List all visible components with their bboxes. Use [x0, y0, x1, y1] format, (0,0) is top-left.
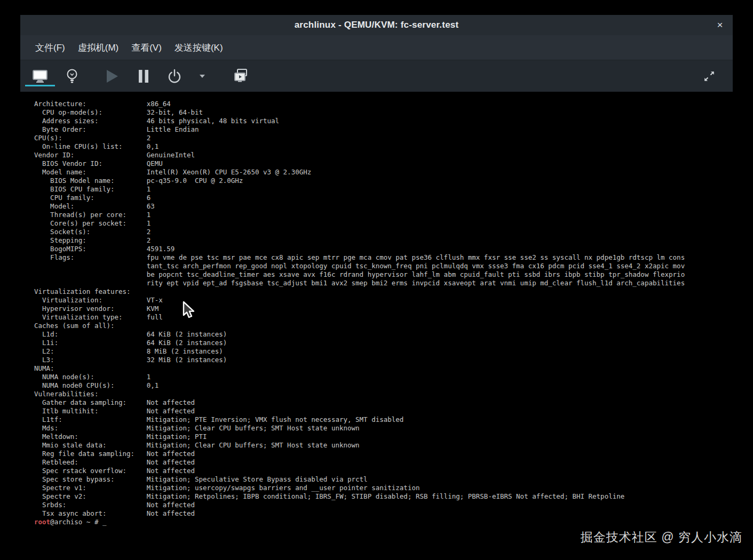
fullscreen-icon — [702, 69, 716, 83]
virtual-displays-button[interactable] — [226, 60, 256, 92]
console-display-icon — [32, 69, 48, 83]
pause-button[interactable] — [129, 60, 158, 92]
shutdown-button[interactable] — [160, 60, 189, 92]
shell-prompt: root@archiso ~ # _ — [34, 518, 685, 526]
virtual-displays-icon — [233, 68, 250, 84]
prompt-suffix: ~ # — [82, 518, 102, 526]
hardware-details-button[interactable] — [57, 60, 87, 92]
titlebar: archlinux - QEMU/KVM: fc-server.test × — [20, 15, 733, 35]
console-display-button[interactable] — [25, 60, 55, 92]
lightbulb-details-icon — [65, 68, 79, 84]
guest-console[interactable]: Architecture: x86_64 CPU op-mode(s): 32-… — [20, 92, 733, 545]
close-icon[interactable]: × — [712, 15, 727, 35]
terminal-text-block: Architecture: x86_64 CPU op-mode(s): 32-… — [34, 100, 685, 526]
pause-icon — [138, 69, 149, 83]
toolbar — [20, 60, 733, 92]
play-icon — [105, 69, 119, 84]
window-title: archlinux - QEMU/KVM: fc-server.test — [295, 20, 459, 30]
watermark: 掘金技术社区 @ 穷人小水滴 — [581, 529, 742, 546]
prompt-host: @archiso — [50, 518, 82, 526]
menu-file[interactable]: 文件(F) — [29, 35, 72, 60]
menu-virtual-machine[interactable]: 虚拟机(M) — [72, 35, 125, 60]
menu-view[interactable]: 查看(V) — [125, 35, 168, 60]
text-cursor: _ — [102, 518, 107, 526]
menubar: 文件(F) 虚拟机(M) 查看(V) 发送按键(K) — [20, 35, 733, 60]
run-button[interactable] — [97, 60, 127, 92]
fullscreen-button[interactable] — [699, 60, 720, 92]
vm-viewer-window: archlinux - QEMU/KVM: fc-server.test × 文… — [20, 15, 733, 545]
power-icon — [167, 68, 182, 84]
shutdown-menu-button[interactable] — [194, 60, 210, 92]
mouse-pointer-icon — [181, 301, 197, 322]
terminal-output: Architecture: x86_64 CPU op-mode(s): 32-… — [34, 100, 685, 518]
menu-send-key[interactable]: 发送按键(K) — [168, 35, 229, 60]
chevron-down-icon — [200, 75, 205, 78]
prompt-user: root — [34, 518, 50, 526]
